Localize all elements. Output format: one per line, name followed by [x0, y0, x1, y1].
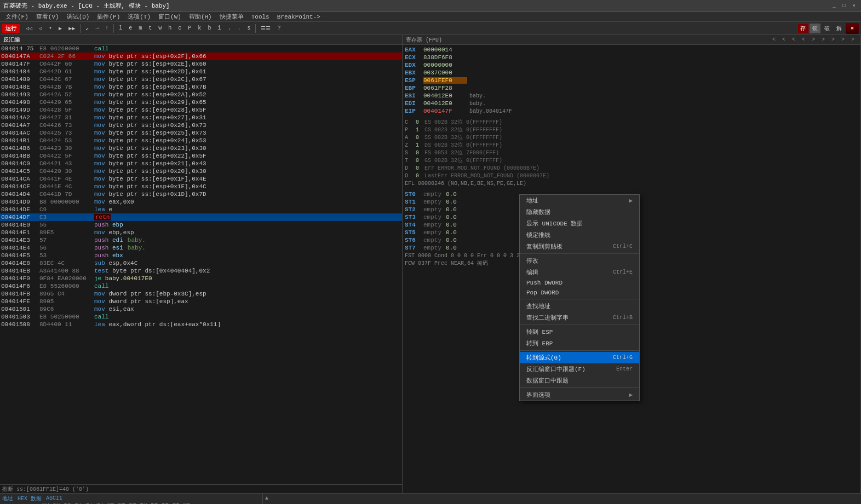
disasm-row[interactable]: 004014E055push ebp: [0, 221, 402, 229]
toolbar-mem[interactable]: 存: [797, 24, 808, 33]
disasm-row[interactable]: 004014B1C04424 53mov byte ptr ss:[esp+0x…: [0, 137, 402, 144]
disasm-row[interactable]: 004014FB8965 C4mov dword ptr ss:[ebp-0x3…: [0, 290, 402, 298]
toolbar-play[interactable]: ▶: [56, 24, 65, 33]
ctx-menu-item[interactable]: 锁定推线: [520, 229, 639, 241]
ctx-menu-item[interactable]: 隐藏数据: [520, 206, 639, 218]
flag-value[interactable]: 0: [416, 158, 422, 164]
toolbar-stop[interactable]: ▪: [46, 24, 55, 32]
ctx-menu-item[interactable]: 显示 UNICODE 数据: [520, 218, 639, 229]
disasm-row[interactable]: 00401484C0442D 61mov byte ptr ss:[esp+0x…: [0, 68, 402, 76]
disasm-row[interactable]: 004014FE8905mov dword ptr ss:[esp],eax: [0, 298, 402, 305]
toolbar-dot2[interactable]: .: [234, 24, 243, 32]
menu-debug[interactable]: 调试(D): [64, 12, 93, 21]
disasm-row[interactable]: 004014E456push esibaby.: [0, 244, 402, 252]
disasm-row[interactable]: 004014BBC04422 5Fmov byte ptr ss:[esp+0x…: [0, 152, 402, 160]
menu-view[interactable]: 查看(V): [33, 12, 62, 21]
disasm-row[interactable]: 004014E553push ebx: [0, 252, 402, 259]
toolbar-c[interactable]: c: [175, 24, 184, 32]
menu-options[interactable]: 选项(T): [124, 12, 154, 21]
reg-value[interactable]: 00000014: [423, 47, 467, 53]
reg-value[interactable]: 0040147F: [423, 108, 467, 114]
reg-nav-right5[interactable]: >: [848, 36, 857, 44]
toolbar-w[interactable]: w: [156, 24, 164, 32]
disasm-row[interactable]: 004014C5C04420 30mov byte ptr ss:[esp+0x…: [0, 167, 402, 175]
flag-value[interactable]: 0: [416, 135, 422, 141]
disasm-row[interactable]: 004014E189E5mov ebp,esp: [0, 229, 402, 236]
toolbar-b[interactable]: b: [205, 24, 214, 32]
disasm-row[interactable]: 004015088D4400 11lea eax,dword ptr ds:[e…: [0, 321, 402, 328]
reg-value[interactable]: 0061FF28: [423, 85, 467, 91]
reg-nav-left2[interactable]: <: [779, 36, 788, 44]
ctx-menu-item[interactable]: 地址▶: [520, 195, 639, 206]
disasm-row[interactable]: 0040148EC0442B 7Bmov byte ptr ss:[esp+0x…: [0, 83, 402, 91]
disasm-content[interactable]: 004014 75E8 06260000call 0040147AC024 2F…: [0, 45, 402, 484]
toolbar-l[interactable]: l: [116, 24, 125, 32]
disasm-row[interactable]: 004014D9B8 00000000mov eax,0x0: [0, 198, 402, 206]
disasm-row[interactable]: 00401503E8 50250000call: [0, 313, 402, 321]
disasm-row[interactable]: 00401493C0442A 52mov byte ptr ss:[esp+0x…: [0, 91, 402, 99]
disasm-row[interactable]: 004014ACC04425 73mov byte ptr ss:[esp+0x…: [0, 129, 402, 137]
disasm-row[interactable]: 00401498C04429 65mov byte ptr ss:[esp+0x…: [0, 99, 402, 106]
toolbar-i[interactable]: i: [215, 24, 223, 32]
ctx-menu-item[interactable]: 反汇编窗口中跟题(F)Enter: [520, 363, 639, 375]
menu-tools[interactable]: Tools: [248, 13, 273, 21]
toolbar-dbg[interactable]: 解: [834, 24, 845, 33]
reg-nav-right3[interactable]: >: [829, 36, 837, 44]
toolbar-step-out[interactable]: ↑: [102, 24, 111, 32]
disasm-row[interactable]: 004014DFC3retn: [0, 213, 402, 221]
toolbar-forward[interactable]: ▶▶: [66, 24, 78, 33]
toolbar-lock[interactable]: 锁: [810, 24, 820, 33]
reg-nav-left3[interactable]: <: [789, 36, 798, 44]
toolbar-s[interactable]: s: [244, 24, 253, 32]
close-button[interactable]: ×: [850, 2, 858, 10]
reg-value[interactable]: 004012E0: [423, 100, 467, 107]
toolbar-rewind2[interactable]: ◁◁: [23, 24, 35, 33]
reg-value[interactable]: 004012E0: [423, 92, 467, 99]
reg-value[interactable]: 0061FEF0: [423, 77, 467, 84]
disasm-row[interactable]: 004014CFC0441E 4Cmov byte ptr ss:[esp+0x…: [0, 183, 402, 190]
disasm-row[interactable]: 0040149DC04428 5Fmov byte ptr ss:[esp+0x…: [0, 106, 402, 114]
menu-breakpoint[interactable]: BreakPoint->: [274, 13, 324, 21]
reg-nav-right2[interactable]: >: [819, 36, 828, 44]
ctx-menu-item[interactable]: Pop DWORD: [520, 288, 639, 298]
toolbar-k[interactable]: k: [195, 24, 204, 32]
ctx-menu-item[interactable]: 数据窗口中跟题: [520, 375, 639, 386]
flag-value[interactable]: 0: [416, 150, 422, 156]
toolbar-P[interactable]: P: [185, 24, 194, 32]
disasm-row[interactable]: 004014F00F84 EA020000je baby.004017E0: [0, 275, 402, 282]
menu-shortcuts[interactable]: 快捷菜单: [216, 12, 247, 21]
toolbar-e[interactable]: e: [126, 24, 135, 32]
toolbar-step-over[interactable]: →: [93, 24, 101, 32]
ctx-menu-item[interactable]: 转到源式(G)Ctrl+G: [520, 352, 639, 363]
flag-value[interactable]: 0: [416, 165, 422, 171]
toolbar-h[interactable]: h: [165, 24, 174, 32]
ctx-menu-item[interactable]: 编辑Ctrl+E: [520, 267, 639, 278]
disasm-row[interactable]: 004014A2C04427 31mov byte ptr ss:[esp+0x…: [0, 114, 402, 121]
ctx-menu-item[interactable]: 转到 EBP: [520, 338, 639, 349]
toolbar-step-into[interactable]: ↙: [83, 24, 91, 33]
ctx-menu-item[interactable]: Push DWORD: [520, 278, 639, 288]
disasm-row[interactable]: 004014A7C04426 73mov byte ptr ss:[esp+0x…: [0, 121, 402, 129]
reg-value[interactable]: 0037C000: [423, 69, 467, 76]
ctx-menu-item[interactable]: 查找二进制字串Ctrl+B: [520, 312, 639, 323]
flag-value[interactable]: 0: [416, 119, 422, 125]
disasm-row[interactable]: 004014F6E8 55260000call: [0, 282, 402, 290]
reg-nav-right1[interactable]: >: [809, 36, 818, 44]
disasm-row[interactable]: 0040150189C6mov esi,eax: [0, 305, 402, 313]
disasm-row[interactable]: 004014CAC0441F 4Emov byte ptr ss:[esp+0x…: [0, 175, 402, 183]
disasm-row[interactable]: 004014D4C0441D 7Dmov byte ptr ss:[esp+0x…: [0, 190, 402, 198]
disasm-row[interactable]: 004014B6C04423 30mov byte ptr ss:[esp+0x…: [0, 144, 402, 152]
toolbar-brk[interactable]: 破: [822, 24, 833, 33]
disasm-row[interactable]: 004014C0C04421 43mov byte ptr ss:[esp+0x…: [0, 160, 402, 167]
toolbar-dot1[interactable]: .: [225, 24, 233, 32]
disasm-row[interactable]: 00401489C0442C 67mov byte ptr ss:[esp+0x…: [0, 76, 402, 83]
menu-help[interactable]: 帮助(H): [186, 12, 215, 21]
toolbar-t[interactable]: t: [146, 24, 154, 32]
ctx-menu-item[interactable]: 转到 ESP: [520, 326, 639, 338]
toolbar-m[interactable]: m: [136, 24, 145, 32]
ctx-menu-item[interactable]: 复制到剪贴板Ctrl+C: [520, 241, 639, 252]
menu-file[interactable]: 文件(F): [2, 12, 32, 21]
ctx-menu-item[interactable]: 界面选项▶: [520, 389, 639, 401]
flag-value[interactable]: 1: [416, 127, 422, 133]
disasm-row[interactable]: 004014DEC9lea e: [0, 206, 402, 213]
